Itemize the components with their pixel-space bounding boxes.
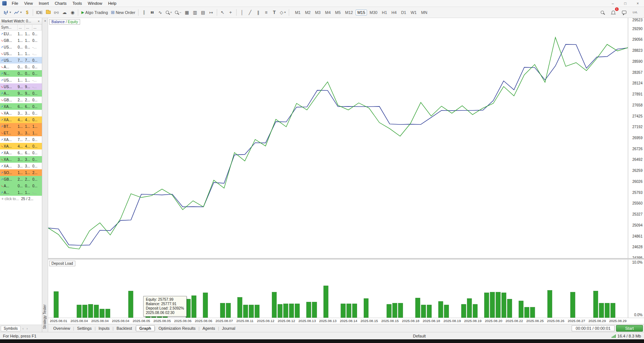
mw-column-header[interactable]: ... <box>18 25 25 30</box>
market-watch-row[interactable]: ↗US...0...0...-... <box>0 44 42 50</box>
mw-column-header[interactable]: Sym... <box>0 25 18 30</box>
tester-tab-settings[interactable]: Settings <box>74 326 95 331</box>
timeframe-m2[interactable]: M2 <box>303 10 312 15</box>
timeframe-mn[interactable]: MN <box>419 10 429 15</box>
mw-column-header[interactable]: ... <box>32 25 42 30</box>
tester-tab-optimization-results[interactable]: Optimization Results <box>155 326 198 331</box>
market-watch-row[interactable]: ↘GB...2...2...0... <box>0 97 42 103</box>
zoom-in-button[interactable]: + <box>164 8 173 17</box>
line-chart-mode-button[interactable]: ∿ <box>156 8 164 17</box>
menu-charts[interactable]: Charts <box>52 0 69 6</box>
market-watch-row[interactable]: ↗A...1...1...-... <box>0 189 42 196</box>
cursor-button[interactable]: ↖ <box>219 8 227 17</box>
market-watch-row[interactable]: ↗SO...1...1...2... <box>0 169 42 176</box>
tab-scroll-right-icon[interactable]: › <box>25 327 29 331</box>
add-symbol-link[interactable]: + click to... <box>1 197 19 201</box>
crosshair-button[interactable]: + <box>227 8 235 17</box>
cloud-button[interactable]: ☁ <box>60 8 68 17</box>
timeframe-h1[interactable]: H1 <box>380 10 389 15</box>
new-chart-button[interactable]: ▾ <box>2 8 12 17</box>
market-watch-row[interactable]: ↗GB...2...2...0... <box>0 176 42 183</box>
menu-help[interactable]: Help <box>105 0 119 6</box>
zoom-out-button[interactable]: − <box>173 8 183 17</box>
ide-button[interactable]: IDE <box>35 8 44 17</box>
market-watch-row[interactable]: ↘XA...3...3...0... <box>0 110 42 116</box>
market-watch-row[interactable]: ↘XA...4...4...0... <box>0 143 42 149</box>
vertical-line-button[interactable]: │ <box>238 8 246 17</box>
text-tool-button[interactable]: T <box>270 8 278 17</box>
chart-shift-button[interactable]: ↦ <box>207 8 215 17</box>
market-watch-row[interactable]: ↘US...9...9...-... <box>0 83 42 90</box>
market-watch-close-icon[interactable]: × <box>37 19 40 23</box>
menu-window[interactable]: Window <box>85 0 105 6</box>
timeframe-d1[interactable]: D1 <box>399 10 408 15</box>
levels-button[interactable]: LVL <box>631 8 639 17</box>
algo-trading-button[interactable]: ▶ Algo Trading <box>80 8 109 17</box>
mw-column-header[interactable]: ... <box>25 25 32 30</box>
status-profile[interactable]: Default <box>413 334 426 338</box>
close-button[interactable]: × <box>632 0 644 7</box>
tester-tab-overview[interactable]: Overview <box>50 326 73 331</box>
data-folder-button[interactable] <box>44 8 52 17</box>
market-watch-row[interactable]: ↘ET...3...3...1... <box>0 130 42 136</box>
market-watch-row[interactable]: ↗US...1...1...-... <box>0 77 42 83</box>
grid-button[interactable]: ▦ <box>183 8 191 17</box>
market-watch-row[interactable]: ↘A...0...0...0... <box>0 183 42 189</box>
signals-button[interactable]: ((•)) <box>52 8 60 17</box>
menu-file[interactable]: File <box>9 0 21 6</box>
market-watch-row[interactable]: ↗A...9...9...0... <box>0 90 42 97</box>
market-watch-row[interactable]: ↗XA...6...6...0... <box>0 149 42 156</box>
trendline-button[interactable]: ╱ <box>246 8 254 17</box>
chat-button[interactable] <box>620 8 628 17</box>
shapes-button[interactable]: ◇▾ <box>278 8 287 17</box>
timeframe-m12[interactable]: M12 <box>343 10 355 15</box>
balance-equity-chart[interactable]: Balance / Equity <box>48 18 628 258</box>
profiles-button[interactable]: ▾ <box>12 8 23 17</box>
search-button[interactable] <box>598 8 606 17</box>
market-watch-row[interactable]: ↘GB...1...1...0... <box>0 37 42 44</box>
market-watch-tab-symbols[interactable]: Symbols <box>1 326 21 331</box>
tester-tab-agents[interactable]: Agents <box>199 326 218 331</box>
timeframe-h4[interactable]: H4 <box>390 10 399 15</box>
market-watch-row[interactable]: ↘US...1...1...-... <box>0 50 42 57</box>
tester-tab-journal[interactable]: Journal <box>219 326 238 331</box>
market-watch-row[interactable]: ↗N...0...0...0... <box>0 70 42 77</box>
accounts-button[interactable]: $ <box>23 8 31 17</box>
candle-chart-mode-button[interactable]: ▮▮ <box>148 8 156 17</box>
market-watch-row[interactable]: ↗XA...7...7...0... <box>0 136 42 143</box>
market-watch-row[interactable]: ↗BT...1...1...1... <box>0 123 42 130</box>
timeframe-m4[interactable]: M4 <box>323 10 332 15</box>
market-watch-row[interactable]: ↗EU...1...1...0... <box>0 30 42 37</box>
market-watch-row[interactable]: ↗XA...3...3...0... <box>0 163 42 169</box>
timeframe-m5[interactable]: M5 <box>333 10 342 15</box>
channel-button[interactable]: ∥ <box>254 8 262 17</box>
market-watch-row[interactable]: ↗XA...6...6...0... <box>0 103 42 110</box>
market-watch-row[interactable]: ↗XA...4...4...0... <box>0 116 42 123</box>
menu-view[interactable]: View <box>21 0 36 6</box>
fibonacci-button[interactable]: ≡ <box>262 8 270 17</box>
start-button[interactable]: Start <box>616 325 643 332</box>
market-watch-row[interactable]: ↗US...7...7...0... <box>0 57 42 64</box>
timeframe-m1[interactable]: M1 <box>293 10 302 15</box>
maximize-button[interactable]: □ <box>619 0 632 7</box>
timeframe-m15[interactable]: M15 <box>356 10 367 15</box>
notifications-button[interactable]: 1 <box>609 8 617 17</box>
market-watch-row[interactable]: ↘A...0...0...0... <box>0 64 42 70</box>
tester-close-icon[interactable]: × <box>42 19 48 23</box>
bar-chart-mode-button[interactable]: ║ <box>140 8 148 17</box>
market-watch-row[interactable]: ↘XA...3...3...0... <box>0 156 42 163</box>
new-order-button[interactable]: ⊞ New Order <box>109 8 137 17</box>
tester-tab-backtest[interactable]: Backtest <box>114 326 135 331</box>
timeframe-m3[interactable]: M3 <box>313 10 322 15</box>
tester-tab-inputs[interactable]: Inputs <box>96 326 112 331</box>
menu-tools[interactable]: Tools <box>69 0 85 6</box>
strategy-tester-label[interactable]: Strategy Tester <box>43 304 47 329</box>
timeframe-m30[interactable]: M30 <box>368 10 379 15</box>
tester-tab-graph[interactable]: Graph <box>136 325 154 331</box>
timeframe-w1[interactable]: W1 <box>409 10 419 15</box>
minimize-button[interactable]: – <box>607 0 619 7</box>
menu-insert[interactable]: Insert <box>36 0 52 6</box>
cascade-windows-button[interactable]: ▤ <box>199 8 207 17</box>
deposit-load-chart[interactable]: Deposit Load Equity: 25757.99 Balance: 2… <box>48 260 628 318</box>
tile-windows-button[interactable]: ▥ <box>191 8 199 17</box>
